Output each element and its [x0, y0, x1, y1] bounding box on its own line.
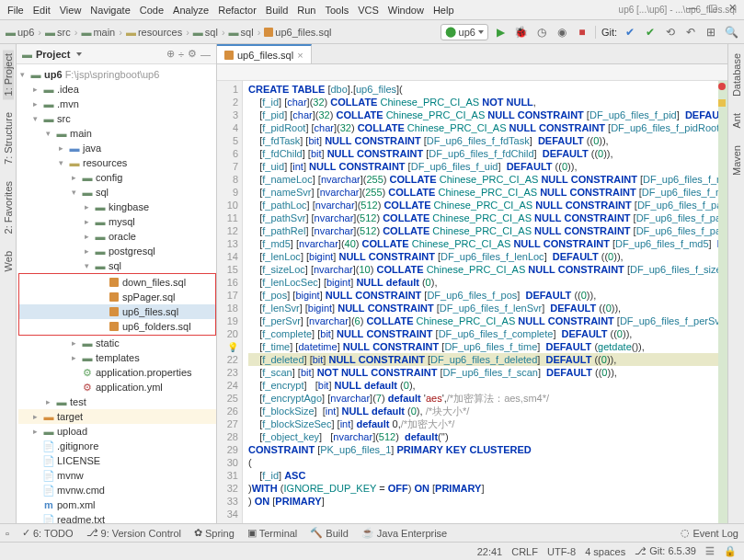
crumb-3[interactable]: resources	[138, 27, 182, 38]
crumb-6: up6_files.sql	[275, 27, 331, 38]
close-icon[interactable]: ×	[297, 50, 303, 61]
run-config-selector[interactable]: ⬤ up6	[441, 24, 488, 40]
folder-icon: ▬	[229, 27, 239, 38]
editor-tab[interactable]: up6_files.sql×	[217, 44, 312, 63]
tab-spring[interactable]: ✿ Spring	[194, 527, 235, 539]
select-opened-icon[interactable]: ⊕	[166, 48, 175, 60]
crumb-4[interactable]: sql	[205, 27, 218, 38]
chevron-down-icon[interactable]	[76, 52, 82, 56]
status-git-branch[interactable]: ⎇ Git: 6.5.39	[635, 545, 696, 557]
left-toolwindow-bar: 1: Project 7: Structure 2: Favorites Web	[0, 44, 17, 523]
structure-icon[interactable]: ⊞	[704, 25, 718, 40]
tab-favorites[interactable]: 2: Favorites	[3, 177, 14, 237]
error-marker[interactable]	[718, 83, 726, 90]
folder-icon: ▬	[126, 27, 136, 38]
gear-icon[interactable]: ⚙	[188, 48, 197, 60]
status-encoding[interactable]: UTF-8	[547, 546, 576, 557]
tab-version-control[interactable]: ⎇ 9: Version Control	[86, 527, 181, 539]
menu-view[interactable]: View	[60, 5, 82, 16]
search-icon[interactable]: 🔍	[724, 25, 738, 40]
menu-run[interactable]: Run	[297, 5, 315, 16]
status-lock-icon[interactable]: 🔒	[724, 545, 737, 557]
crumb-5[interactable]: sql	[241, 27, 254, 38]
highlighted-files: down_files.sql spPager.sql up6_files.sql…	[18, 273, 216, 336]
project-tree[interactable]: ▾▬up6 F:\jsp\springboot\up6 ▸▬.idea ▸▬.m…	[17, 64, 216, 523]
status-cursor[interactable]: 22:41	[477, 546, 503, 557]
folder-icon: ▬	[81, 27, 91, 38]
project-panel-title[interactable]: Project	[36, 49, 70, 60]
menu-file[interactable]: File	[7, 5, 24, 16]
git-label: Git:	[601, 27, 617, 38]
profile-icon[interactable]: ◉	[555, 25, 569, 40]
tab-database[interactable]: Database	[731, 50, 742, 100]
tab-build[interactable]: 🔨 Build	[310, 527, 348, 539]
editor-tabs: up6_files.sql×	[217, 44, 727, 64]
gutter[interactable]: 1234567891011121314151617181920💡22232425…	[217, 81, 243, 523]
status-memory-icon[interactable]: ☰	[705, 545, 715, 557]
editor-breadcrumb	[217, 64, 727, 81]
run-icon[interactable]: ▶	[494, 25, 509, 40]
tab-terminal[interactable]: ▣ Terminal	[247, 527, 298, 539]
tab-todo[interactable]: ✓ 6: TODO	[22, 527, 74, 539]
validation-strip[interactable]	[718, 81, 727, 523]
minimize-icon[interactable]: —	[687, 2, 697, 14]
tab-web[interactable]: Web	[3, 247, 14, 275]
folder-icon: ▬	[45, 27, 55, 38]
expand-icon[interactable]: ÷	[178, 49, 184, 60]
folder-icon: ▬	[193, 27, 203, 38]
tab-structure[interactable]: 7: Structure	[3, 109, 14, 168]
warning-marker[interactable]	[718, 99, 726, 107]
menu-code[interactable]: Code	[140, 5, 164, 16]
menu-help[interactable]: Help	[433, 5, 454, 16]
stop-icon[interactable]: ■	[575, 25, 589, 40]
editor: up6_files.sql× 1234567891011121314151617…	[217, 44, 727, 523]
btn-quick-access[interactable]: ▫	[6, 528, 9, 539]
coverage-icon[interactable]: ◷	[534, 25, 549, 40]
menu-vcs[interactable]: VCS	[358, 5, 379, 16]
sql-file-icon	[264, 28, 273, 37]
statusbar: 22:41 CRLF UTF-8 4 spaces ⎇ Git: 6.5.39 …	[0, 542, 744, 560]
crumb-0[interactable]: up6	[17, 27, 34, 38]
right-toolwindow-bar: Database Ant Maven	[727, 44, 744, 523]
git-update-icon[interactable]: ✔	[623, 25, 637, 40]
menu-analyze[interactable]: Analyze	[173, 5, 209, 16]
tab-maven[interactable]: Maven	[731, 142, 742, 179]
project-panel: ▬ Project ⊕ ÷ ⚙ — ▾▬up6 F:\jsp\springboo…	[17, 44, 217, 523]
folder-icon: ▬	[6, 27, 16, 38]
project-icon: ▬	[22, 49, 32, 60]
tab-label: up6_files.sql	[237, 50, 293, 61]
menu-window[interactable]: Window	[388, 5, 424, 16]
git-commit-icon[interactable]: ✔	[643, 25, 658, 40]
bottom-toolwindow-bar: ▫ ✓ 6: TODO ⎇ 9: Version Control ✿ Sprin…	[0, 523, 744, 542]
code-area[interactable]: CREATE TABLE [dbo].[up6_files]( [f_id] […	[243, 81, 727, 523]
hide-icon[interactable]: —	[200, 49, 211, 60]
debug-icon[interactable]: 🐞	[514, 25, 529, 40]
menu-build[interactable]: Build	[266, 5, 288, 16]
close-icon[interactable]: ✕	[728, 2, 737, 14]
tab-project[interactable]: 1: Project	[3, 50, 14, 99]
tab-java-enterprise[interactable]: ☕ Java Enterprise	[361, 527, 447, 539]
status-eol[interactable]: CRLF	[511, 546, 538, 557]
menubar: File Edit View Navigate Code Analyze Ref…	[0, 0, 744, 20]
menu-edit[interactable]: Edit	[33, 5, 51, 16]
project-panel-header: ▬ Project ⊕ ÷ ⚙ —	[17, 44, 216, 64]
menu-navigate[interactable]: Navigate	[90, 5, 130, 16]
crumb-1[interactable]: src	[57, 27, 71, 38]
tab-ant[interactable]: Ant	[731, 109, 742, 132]
menu-tools[interactable]: Tools	[325, 5, 349, 16]
menu-refactor[interactable]: Refactor	[218, 5, 257, 16]
git-history-icon[interactable]: ⟲	[663, 25, 678, 40]
status-indent[interactable]: 4 spaces	[585, 546, 625, 557]
window-controls: —▢✕	[687, 2, 737, 14]
breadcrumb: ▬up6› ▬src› ▬main› ▬resources› ▬sql› ▬sq…	[6, 27, 331, 38]
tab-event-log[interactable]: ◌ Event Log	[681, 527, 738, 539]
toolbar: ▬up6› ▬src› ▬main› ▬resources› ▬sql› ▬sq…	[0, 20, 744, 44]
crumb-2[interactable]: main	[93, 27, 115, 38]
maximize-icon[interactable]: ▢	[708, 2, 717, 14]
tree-item-selected: up6_files.sql	[19, 304, 215, 319]
sql-file-icon	[224, 51, 234, 60]
git-revert-icon[interactable]: ↶	[683, 25, 698, 40]
